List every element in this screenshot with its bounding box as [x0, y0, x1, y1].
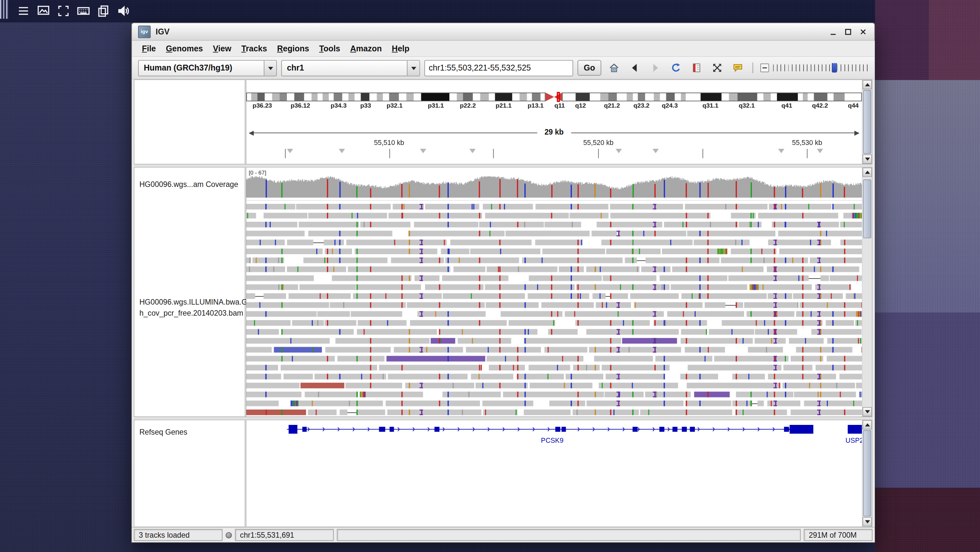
zoom-out-icon[interactable]: [760, 63, 770, 72]
genome-select-dropdown-button[interactable]: [264, 61, 276, 75]
activity-indicator-icon: [226, 532, 232, 538]
ruler-tick-label: 55,530 kb: [792, 139, 822, 146]
scroll-down-button[interactable]: [862, 407, 872, 416]
alignment-track-name-line2: h_cov_pcr_free.20140203.bam: [139, 308, 247, 319]
gene-panel: Refseq Genes PCSK9USP2: [134, 420, 873, 527]
minimize-button[interactable]: [827, 26, 838, 37]
ruler-tick: [703, 149, 703, 158]
scrollbar-thumb[interactable]: [863, 430, 871, 516]
track-name-panel: [135, 80, 245, 164]
locus-input[interactable]: [424, 60, 573, 76]
gene-labels: PCSK9USP2: [246, 420, 862, 526]
menu-tools[interactable]: Tools: [314, 42, 345, 55]
cursor-position-status: chr1:55,531,691: [235, 529, 334, 541]
chevron-down-icon: [411, 67, 416, 72]
desktop-area: [875, 313, 980, 488]
tooltip-toggle-icon[interactable]: [729, 60, 746, 76]
gap-marker-icon: [616, 149, 622, 153]
toolbar: Human (GRCh37/hg19) chr1 Go: [132, 57, 874, 79]
ruler-tick: [807, 149, 808, 158]
gap-marker-icon: [778, 149, 784, 153]
status-bar: 3 tracks loaded chr1:55,531,691 291M of …: [132, 527, 874, 542]
gap-marker-icon: [652, 149, 659, 153]
refresh-icon[interactable]: [667, 60, 684, 76]
window-title: IGV: [156, 27, 170, 37]
scroll-down-button[interactable]: [862, 517, 872, 526]
forward-icon[interactable]: [647, 60, 663, 76]
home-icon[interactable]: [606, 60, 622, 76]
toolbar-separator: [752, 62, 753, 73]
display-icon[interactable]: [37, 4, 51, 18]
desktop: igv IGV File Genomes View Tracks Regions…: [0, 0, 980, 552]
keyboard-icon[interactable]: [76, 4, 91, 18]
span-label: 29 kb: [537, 128, 571, 136]
scroll-up-button[interactable]: [862, 420, 872, 430]
fullscreen-icon[interactable]: [56, 4, 70, 18]
menu-icon[interactable]: [16, 4, 30, 18]
panel-grip[interactable]: [0, 0, 9, 19]
gap-marker-icon: [469, 149, 476, 153]
menu-regions[interactable]: Regions: [272, 42, 314, 55]
ruler-tick: [389, 149, 390, 158]
genome-select[interactable]: Human (GRCh37/hg19): [138, 60, 277, 76]
scroll-down-button[interactable]: [862, 155, 872, 164]
message-status: [337, 529, 801, 541]
taskbar: [16, 4, 130, 18]
alignment-data-panel[interactable]: [0 - 67]: [246, 168, 862, 416]
fit-to-window-icon[interactable]: [709, 60, 725, 76]
horizontal-splitter[interactable]: [134, 164, 873, 167]
arrow-down-icon: [865, 520, 870, 526]
region-tool-icon[interactable]: [688, 60, 705, 76]
chromosome-select[interactable]: chr1: [282, 60, 420, 76]
zoom-thumb[interactable]: [832, 63, 837, 72]
menu-tracks[interactable]: Tracks: [236, 42, 272, 55]
arrow-up-icon: [865, 81, 870, 86]
back-icon[interactable]: [626, 60, 643, 76]
scrollbar-track[interactable]: [862, 429, 872, 517]
menu-genomes[interactable]: Genomes: [161, 42, 208, 55]
ideogram-panel[interactable]: p36.23p36.12p34.3p33p32.1p31.1p22.2p21.1…: [246, 80, 862, 164]
menu-view[interactable]: View: [208, 42, 236, 55]
menu-file[interactable]: File: [137, 42, 161, 55]
ruler-tick-label: 55,510 kb: [374, 139, 404, 146]
gene-data-panel[interactable]: PCSK9USP2: [246, 420, 862, 526]
desktop-area: [875, 80, 980, 313]
gap-marker-icon: [420, 149, 426, 153]
desktop-area: [875, 0, 929, 80]
alignment-track-name-line1: HG00096.wgs.ILLUMINA.bwa.G: [139, 297, 247, 308]
scrollbar-thumb[interactable]: [863, 179, 871, 238]
scrollbar-track[interactable]: [862, 89, 872, 155]
alignment-track-name[interactable]: HG00096.wgs.ILLUMINA.bwa.G h_cov_pcr_fre…: [139, 297, 247, 319]
scrollbar: [862, 420, 872, 526]
gene-label: PCSK9: [541, 437, 563, 444]
copy-icon[interactable]: [96, 4, 110, 18]
zoom-slider[interactable]: [773, 64, 868, 71]
gene-track-name[interactable]: Refseq Genes: [139, 428, 188, 437]
scrollbar-thumb[interactable]: [863, 90, 871, 154]
go-button[interactable]: Go: [578, 60, 601, 76]
volume-icon[interactable]: [116, 4, 130, 18]
close-button[interactable]: [858, 26, 868, 37]
menu-bar: File Genomes View Tracks Regions Tools A…: [132, 41, 874, 57]
ruler-tick: [285, 149, 286, 158]
ruler[interactable]: 55,510 kb55,520 kb55,530 kb: [246, 80, 862, 164]
main-content: p36.23p36.12p34.3p33p32.1p31.1p22.2p21.1…: [132, 79, 874, 527]
arrow-down-icon: [865, 410, 870, 416]
chromosome-select-dropdown-button[interactable]: [407, 61, 419, 75]
horizontal-splitter[interactable]: [134, 417, 873, 420]
scroll-up-button[interactable]: [862, 168, 872, 177]
gap-marker-icon: [287, 149, 293, 153]
zoom-control: [760, 63, 868, 72]
alignment-canvas[interactable]: [246, 168, 862, 416]
menu-amazon[interactable]: Amazon: [345, 42, 387, 55]
ruler-tick: [598, 149, 599, 158]
track-name-panel: Refseq Genes: [135, 420, 245, 526]
ideogram-ruler-panel: p36.23p36.12p34.3p33p32.1p31.1p22.2p21.1…: [134, 79, 873, 164]
scroll-up-button[interactable]: [862, 80, 872, 89]
coverage-track-name[interactable]: HG00096.wgs...am Coverage: [139, 180, 238, 189]
title-bar[interactable]: igv IGV: [132, 23, 874, 41]
desktop-area: [0, 22, 132, 552]
maximize-button[interactable]: [843, 26, 853, 37]
scrollbar-track[interactable]: [862, 177, 872, 407]
menu-help[interactable]: Help: [387, 42, 414, 55]
